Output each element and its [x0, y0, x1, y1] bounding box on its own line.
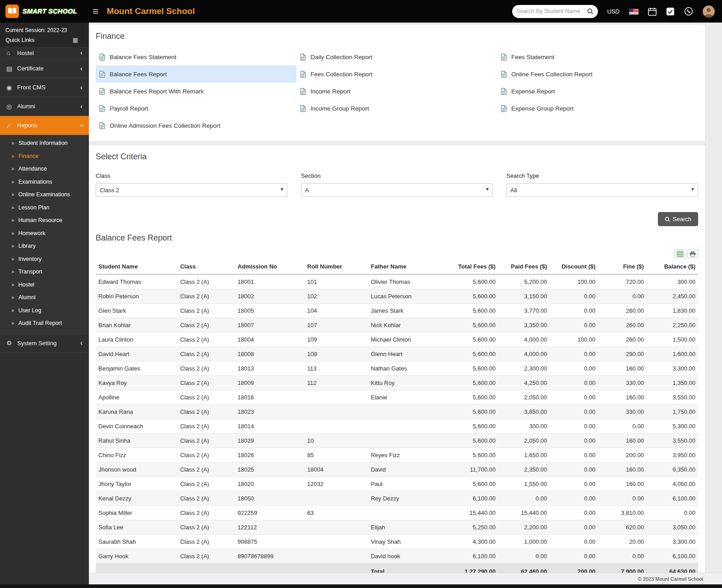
cell-father-name: Vinay Shah	[368, 535, 447, 549]
table-row: Sophia MillerClass 2 (A)9222596315,440.0…	[96, 506, 698, 520]
cell-paid-fees: 4,000.00	[498, 333, 550, 347]
print-button[interactable]	[687, 249, 698, 258]
cell-father-name: Reyes Fizz	[368, 448, 447, 463]
sidebar-subitem-online-examinations[interactable]: »Online Examinations	[0, 188, 89, 201]
finance-link-balance-fees-statement[interactable]: Balance Fees Statement	[96, 48, 296, 65]
export-excel-button[interactable]	[675, 249, 685, 258]
sidebar-subitem-finance[interactable]: »Finance	[0, 150, 89, 163]
finance-link-online-admission-fees-collection-report[interactable]: Online Admission Fees Collection Report	[96, 117, 296, 134]
sidebar-subitem-user-log[interactable]: »User Log	[0, 304, 89, 317]
cell-class: Class 2 (A)	[177, 463, 235, 477]
class-select[interactable]: Class 2	[96, 183, 287, 197]
document-icon	[300, 105, 306, 112]
sidebar-subitem-audit-trail-report[interactable]: »Audit Trail Report	[0, 317, 89, 330]
submenu-item-label: Library	[19, 243, 36, 249]
sidebar-subitem-alumni[interactable]: »Alumni	[0, 291, 89, 304]
cell-student-name: Devin Coinneach	[96, 419, 177, 434]
sidebar-subitem-student-information[interactable]: »Student Information	[0, 137, 89, 150]
sidebar-item-hostel[interactable]: ⌂Hostel‹	[0, 47, 89, 59]
sidebar-item-certificate[interactable]: ▤Certificate‹	[0, 59, 89, 78]
submenu-item-label: Human Resource	[19, 217, 62, 223]
table-row: Saurabh ShahClass 2 (A)908875Vinay Shah4…	[96, 535, 698, 549]
sidebar-subitem-inventory[interactable]: »Inventory	[0, 253, 89, 266]
cell-balance: 3,050.00	[647, 520, 698, 535]
cell-paid-fees: 5,200.00	[498, 274, 550, 289]
sidebar-subitem-homework[interactable]: »Homework	[0, 227, 89, 240]
report-link-label: Fees Statement	[511, 54, 554, 60]
cell-student-name: Laura Clinton	[96, 333, 177, 347]
search-button[interactable]: Search	[658, 212, 698, 226]
cell-empty	[235, 564, 305, 573]
cell-discount: 100.00	[550, 274, 598, 289]
finance-link-income-group-report[interactable]: Income Group Report	[296, 100, 497, 117]
brand-logo[interactable]: SMART SCHOOL	[0, 0, 89, 23]
cell-class: Class 2 (A)	[177, 477, 235, 491]
section-select[interactable]: A	[301, 183, 493, 197]
tasks-icon[interactable]	[666, 7, 675, 16]
sidebar-subitem-human-resource[interactable]: »Human Resource	[0, 214, 89, 227]
total-balance: 64,630.00	[647, 564, 698, 573]
reports-icon: ↗	[6, 122, 17, 129]
select-wrapper: Class 2	[96, 183, 287, 197]
calendar-icon[interactable]	[648, 7, 657, 16]
cell-total-fees: 5,600.00	[447, 274, 498, 289]
sidebar-subitem-lesson-plan[interactable]: »Lesson Plan	[0, 201, 89, 214]
cell-admission-no: 18005	[235, 304, 305, 318]
cell-balance: 2,250.00	[647, 318, 698, 333]
finance-link-online-fees-collection-report[interactable]: Online Fees Collection Report	[497, 65, 698, 83]
sidebar-item-alumni[interactable]: ◎Alumni‹	[0, 97, 89, 116]
cell-discount: 0.00	[550, 289, 598, 304]
sidebar-subitem-attendance[interactable]: »Attendance	[0, 162, 89, 176]
sidebar-subitem-library[interactable]: »Library	[0, 240, 89, 253]
cell-fine: 260.00	[598, 333, 647, 347]
finance-link-income-report[interactable]: Income Report	[296, 83, 497, 100]
hamburger-menu-icon[interactable]: ≡	[93, 6, 98, 17]
cell-total-fees: 5,600.00	[447, 333, 498, 347]
sidebar-subitem-transport[interactable]: »Transport	[0, 265, 89, 278]
cell-class: Class 2 (A)	[177, 448, 235, 463]
criteria-field-class: ClassClass 2	[96, 172, 287, 197]
cell-admission-no: 122112	[235, 520, 305, 535]
sidebar-item-front-cms[interactable]: ◉Front CMS‹	[0, 78, 89, 97]
sidebar-subitem-examinations[interactable]: »Examinations	[0, 176, 89, 189]
search-type-select[interactable]: All	[506, 183, 698, 197]
search-icon[interactable]	[587, 8, 593, 14]
table-row: Devin CoinneachClass 2 (A)180145,600.003…	[96, 419, 698, 434]
user-avatar[interactable]	[703, 5, 715, 18]
cell-total-fees: 5,250.00	[447, 520, 498, 535]
cell-discount: 0.00	[550, 506, 598, 520]
search-input[interactable]	[517, 8, 584, 14]
sidebar-item-reports[interactable]: ↗Reports‹	[0, 116, 89, 135]
finance-link-fees-collection-report[interactable]: Fees Collection Report	[296, 65, 497, 83]
cell-student-name: Sophia Miller	[96, 506, 177, 520]
field-label: Search Type	[506, 172, 698, 179]
cell-paid-fees: 1,650.00	[498, 448, 550, 463]
submenu-item-label: Hostel	[19, 282, 34, 288]
cell-paid-fees: 0.00	[498, 549, 550, 564]
cell-student-name: Kenal Dezzy	[96, 491, 177, 506]
cell-discount: 0.00	[550, 376, 598, 390]
currency-label[interactable]: USD	[607, 8, 620, 15]
cell-paid-fees: 2,300.00	[498, 361, 550, 376]
language-flag-icon[interactable]	[629, 9, 639, 14]
double-chevron-icon: »	[11, 320, 14, 326]
session-block: Current Session: 2022-23 Quick Links ▦	[0, 23, 89, 47]
finance-link-balance-fees-report-with-remark[interactable]: Balance Fees Report With Remark	[96, 83, 296, 100]
column-header-roll-number: Roll Number	[305, 259, 368, 274]
finance-link-balance-fees-report[interactable]: Balance Fees Report	[96, 65, 296, 83]
quick-links[interactable]: Quick Links ▦	[5, 37, 83, 43]
finance-link-expense-group-report[interactable]: Expense Group Report	[497, 100, 698, 117]
finance-link-daily-collection-report[interactable]: Daily Collection Report	[296, 48, 497, 65]
cell-total-fees: 5,600.00	[447, 347, 498, 361]
footer: © 2023 Mount Carmel School	[89, 573, 722, 584]
cell-paid-fees: 300.00	[498, 419, 550, 434]
finance-link-payroll-report[interactable]: Payroll Report	[96, 100, 296, 117]
whatsapp-icon[interactable]	[684, 7, 693, 16]
cell-roll-number: 112	[305, 376, 368, 390]
finance-link-fees-statement[interactable]: Fees Statement	[497, 48, 698, 65]
sidebar-subitem-hostel[interactable]: »Hostel	[0, 278, 89, 292]
sidebar-item-system-setting[interactable]: ⚙System Setting‹	[0, 334, 89, 353]
criteria-fields: ClassClass 2SectionASearch TypeAll	[96, 172, 698, 197]
cell-father-name: Nick Kohlar	[368, 318, 447, 333]
finance-link-expense-report[interactable]: Expense Report	[497, 83, 698, 100]
